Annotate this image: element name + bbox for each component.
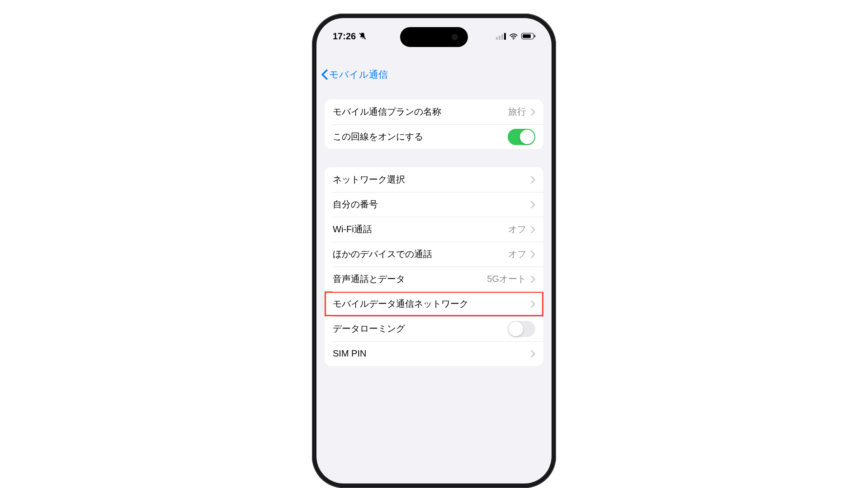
- row-wifi-calling[interactable]: Wi-Fi通話 オフ: [325, 217, 543, 242]
- row-my-number[interactable]: 自分の番号: [325, 192, 543, 217]
- row-label: モバイルデータ通信ネットワーク: [333, 298, 531, 310]
- enable-line-toggle[interactable]: [508, 129, 535, 145]
- status-left: 17:26: [333, 31, 367, 42]
- cellular-signal-icon: [496, 33, 506, 40]
- chevron-right-icon: [531, 176, 535, 183]
- row-label: ほかのデバイスでの通話: [333, 248, 508, 260]
- back-button[interactable]: モバイル通信: [321, 68, 388, 81]
- settings-content: モバイル通信プランの名称 旅行 この回線をオンにする ネットワーク選択: [316, 99, 552, 483]
- settings-group-network: ネットワーク選択 自分の番号 Wi-Fi通話 オフ: [325, 167, 543, 366]
- row-label: データローミング: [333, 323, 508, 335]
- data-roaming-toggle[interactable]: [508, 321, 535, 337]
- wifi-icon: [509, 33, 518, 40]
- phone-screen: 17:26: [316, 18, 552, 483]
- row-network-select[interactable]: ネットワーク選択: [325, 167, 543, 192]
- status-time: 17:26: [333, 31, 356, 42]
- row-label: ネットワーク選択: [333, 174, 531, 186]
- chevron-left-icon: [321, 69, 328, 80]
- settings-group-plan: モバイル通信プランの名称 旅行 この回線をオンにする: [325, 99, 543, 149]
- chevron-right-icon: [531, 300, 535, 308]
- chevron-right-icon: [531, 350, 535, 357]
- back-label: モバイル通信: [329, 68, 388, 81]
- phone-frame: 17:26: [312, 14, 556, 488]
- row-value: オフ: [508, 223, 526, 235]
- battery-icon: [521, 33, 535, 39]
- row-label: 音声通話とデータ: [333, 273, 487, 285]
- chevron-right-icon: [531, 108, 535, 116]
- row-label: モバイル通信プランの名称: [333, 106, 508, 118]
- row-label: この回線をオンにする: [333, 131, 508, 143]
- chevron-right-icon: [531, 201, 535, 208]
- row-value: 旅行: [508, 106, 526, 118]
- navigation-bar: モバイル通信: [316, 63, 552, 86]
- row-enable-line[interactable]: この回線をオンにする: [325, 124, 543, 149]
- row-data-roaming[interactable]: データローミング: [325, 316, 543, 341]
- row-voice-data[interactable]: 音声通話とデータ 5Gオート: [325, 267, 543, 291]
- row-other-devices[interactable]: ほかのデバイスでの通話 オフ: [325, 242, 543, 267]
- row-label: 自分の番号: [333, 198, 531, 211]
- chevron-right-icon: [531, 276, 535, 283]
- toggle-knob: [509, 322, 523, 336]
- svg-point-1: [513, 38, 514, 39]
- silent-mode-icon: [359, 32, 367, 40]
- chevron-right-icon: [531, 226, 535, 233]
- dynamic-island: [400, 27, 468, 47]
- row-plan-name[interactable]: モバイル通信プランの名称 旅行: [325, 99, 543, 124]
- row-sim-pin[interactable]: SIM PIN: [325, 341, 543, 366]
- toggle-knob: [520, 130, 534, 144]
- row-value: オフ: [508, 248, 526, 260]
- status-right: [496, 33, 535, 40]
- row-mobile-data-network[interactable]: モバイルデータ通信ネットワーク: [325, 291, 543, 316]
- row-value: 5Gオート: [487, 273, 526, 285]
- row-label: SIM PIN: [333, 348, 531, 359]
- row-label: Wi-Fi通話: [333, 223, 508, 235]
- chevron-right-icon: [531, 251, 535, 258]
